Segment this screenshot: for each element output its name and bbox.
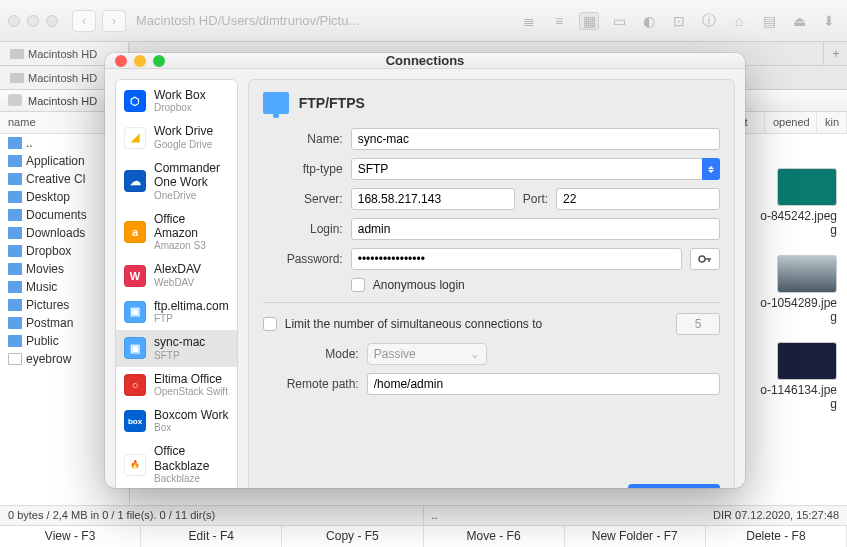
folder-icon [8,155,22,167]
thumbnail [777,342,837,380]
label-server: Server: [263,192,343,206]
window-traffic-lights [8,15,58,27]
connection-item[interactable]: ⬡ Work Box Dropbox [116,83,237,119]
label-port: Port: [523,192,548,206]
modal-min[interactable] [134,55,146,67]
fn-edit[interactable]: Edit - F4 [141,526,282,547]
label-password: Password: [263,252,343,266]
reveal-password-button[interactable] [690,248,720,270]
fn-copy[interactable]: Copy - F5 [282,526,423,547]
mode-select[interactable]: Passive ⌄ [367,343,487,365]
connection-type: Backblaze [154,473,229,485]
connection-item[interactable]: ▣ sync-mac SFTP [116,330,237,366]
connect-button[interactable]: Connect [628,484,720,488]
connection-item[interactable]: 🔥 Office Backblaze Backblaze [116,439,237,488]
toolbar-icons: ≣ ≡ ▦ ▭ ◐ ⊡ ⓘ ⌂ ▤ ⏏ ⬇ [519,12,839,30]
ftptype-select[interactable]: SFTP [351,158,720,180]
download-icon[interactable]: ⬇ [819,12,839,30]
service-icon: a [124,221,146,243]
col-opened[interactable]: opened [765,112,817,133]
connection-type: FTP [154,313,229,325]
limit-input[interactable] [676,313,720,335]
mode-value: Passive [374,347,416,361]
nav-fwd[interactable]: › [102,10,126,32]
tool-icon[interactable]: ⌂ [729,12,749,30]
view-gallery-icon[interactable]: ▭ [609,12,629,30]
view-grid-icon[interactable]: ▦ [579,12,599,30]
close-dot[interactable] [8,15,20,27]
limit-checkbox[interactable] [263,317,277,331]
login-input[interactable] [351,218,720,240]
toggle-icon[interactable]: ◐ [639,12,659,30]
chevron-updown-icon: ⌄ [470,347,480,361]
connection-name: AlexDAV [154,262,201,276]
connection-type: Dropbox [154,102,206,114]
folder-icon [8,227,22,239]
modal-zoom[interactable] [153,55,165,67]
fn-newfolder[interactable]: New Folder - F7 [565,526,706,547]
view-columns-icon[interactable]: ≡ [549,12,569,30]
ftptype-select-wrap[interactable]: SFTP [351,158,720,180]
file-name: Application [26,154,85,168]
connection-name: Boxcom Work [154,408,228,422]
name-input[interactable] [351,128,720,150]
svg-rect-0 [10,49,24,59]
brief-icon[interactable]: ▤ [759,12,779,30]
connection-item[interactable]: a Office Amazon Amazon S3 [116,207,237,258]
zoom-dot[interactable] [46,15,58,27]
disk-icon [8,94,22,108]
folder-icon [8,191,22,203]
service-icon: ◢ [124,127,146,149]
service-icon: box [124,410,146,432]
col-kind[interactable]: kin [817,112,847,133]
folder-icon [8,281,22,293]
anonymous-checkbox[interactable] [351,278,365,292]
connection-item[interactable]: ◢ Work Drive Google Drive [116,119,237,155]
connection-item[interactable]: ☁ Commander One Work OneDrive [116,156,237,207]
breadcrumb-path: Macintosh HD/Users/dimtrunov/Pictu... [136,13,359,28]
connection-type: Box [154,422,228,434]
password-input[interactable] [351,248,682,270]
remote-path-input[interactable] [367,373,720,395]
status-bar: 0 bytes / 2,4 MB in 0 / 1 file(s). 0 / 1… [0,505,847,525]
server-input[interactable] [351,188,515,210]
connection-item[interactable]: ○ Eltima Office OpenStack Swift [116,367,237,403]
file-name: o-1054289.jpe [760,296,837,310]
modal-titlebar: Connections [105,53,745,69]
connection-type: OpenStack Swift [154,386,228,398]
connections-scroll[interactable]: ⬡ Work Box Dropbox ◢ Work Drive Google D… [116,80,237,488]
connection-item[interactable]: box Boxcom Work Box [116,403,237,439]
connection-item[interactable]: ▣ ftp.eltima.com FTP [116,294,237,330]
hidden-files-icon[interactable]: ⊡ [669,12,689,30]
file-icon [8,353,22,365]
port-input[interactable] [556,188,720,210]
fn-delete[interactable]: Delete - F8 [706,526,847,547]
info-icon[interactable]: ⓘ [699,12,719,30]
fn-move[interactable]: Move - F6 [424,526,565,547]
connection-type: WebDAV [154,277,201,289]
connection-labels: Office Backblaze Backblaze [154,444,229,485]
nav-back[interactable]: ‹ [72,10,96,32]
connection-name: Work Box [154,88,206,102]
min-dot[interactable] [27,15,39,27]
col-name[interactable]: name [0,112,120,133]
connection-item[interactable]: W AlexDAV WebDAV [116,257,237,293]
service-icon: ▣ [124,337,146,359]
modal-close[interactable] [115,55,127,67]
thumb-item[interactable]: o-1146134.jpe g [750,338,847,425]
label-anon: Anonymous login [373,278,465,292]
service-icon: ☁ [124,170,146,192]
connection-type: SFTP [154,350,205,362]
tab-add[interactable]: ＋ [823,42,847,65]
connection-labels: Eltima Office OpenStack Swift [154,372,228,398]
folder-icon [8,173,22,185]
service-icon: ⬡ [124,90,146,112]
service-icon: W [124,265,146,287]
main-toolbar: ‹ › Macintosh HD/Users/dimtrunov/Pictu..… [0,0,847,42]
view-list-icon[interactable]: ≣ [519,12,539,30]
fn-view[interactable]: View - F3 [0,526,141,547]
thumb-item[interactable]: o-1054289.jpe g [750,251,847,338]
eject-icon[interactable]: ⏏ [789,12,809,30]
file-name: Downloads [26,226,85,240]
thumb-item[interactable]: o-845242.jpeg g [750,164,847,251]
